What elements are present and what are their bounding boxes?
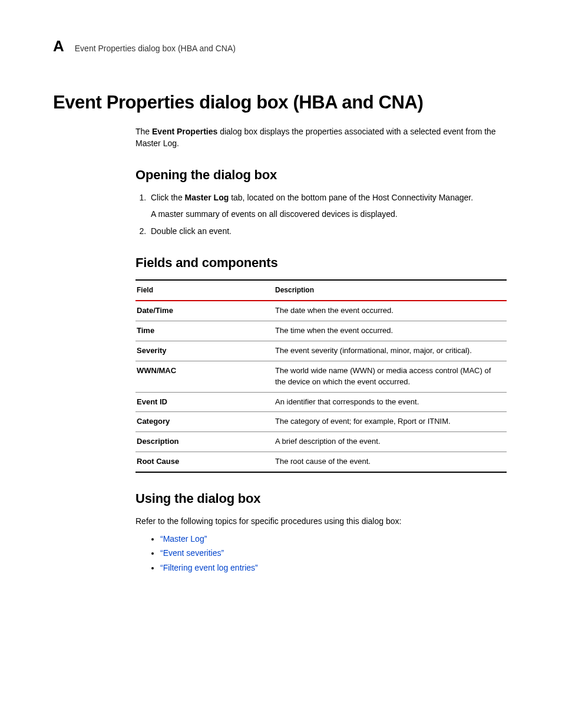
section-heading-using: Using the dialog box <box>135 489 515 508</box>
table-row: Category The category of event; for exam… <box>135 412 507 432</box>
intro-bold-term: Event Properties <box>152 127 217 136</box>
table-row: Root Cause The root cause of the event. <box>135 452 507 472</box>
section-heading-fields: Fields and components <box>135 253 515 272</box>
running-header-title: Event Properties dialog box (HBA and CNA… <box>75 42 236 54</box>
page: A Event Properties dialog box (HBA and C… <box>0 0 562 728</box>
link-filtering-entries[interactable]: “Filtering event log entries” <box>160 563 258 572</box>
table-row: Date/Time The date when the event occurr… <box>135 301 507 321</box>
table-row: Severity The event severity (information… <box>135 341 507 361</box>
field-desc: The world wide name (WWN) or media acces… <box>274 361 507 392</box>
opening-steps-list: Click the Master Log tab, located on the… <box>135 192 515 237</box>
step-1-bold: Master Log <box>185 193 229 202</box>
link-master-log[interactable]: “Master Log” <box>160 534 207 543</box>
field-name: WWN/MAC <box>135 361 274 392</box>
table-row: WWN/MAC The world wide name (WWN) or med… <box>135 361 507 392</box>
field-name: Description <box>135 432 274 452</box>
step-1-prefix: Click the <box>151 193 185 202</box>
table-row: Description A brief description of the e… <box>135 432 507 452</box>
field-name: Time <box>135 321 274 341</box>
field-desc: The category of event; for example, Rpor… <box>274 412 507 432</box>
field-name: Category <box>135 412 274 432</box>
related-links-list: “Master Log” “Event severities” “Filteri… <box>135 533 515 574</box>
field-desc: The date when the event occurred. <box>274 301 507 321</box>
list-item: “Filtering event log entries” <box>160 562 515 574</box>
field-name: Date/Time <box>135 301 274 321</box>
col-header-description: Description <box>274 280 507 301</box>
field-desc: An identifier that corresponds to the ev… <box>274 392 507 412</box>
field-desc: The event severity (informational, minor… <box>274 341 507 361</box>
list-item: “Master Log” <box>160 533 515 545</box>
using-intro: Refer to the following topics for specif… <box>135 515 515 527</box>
running-header: A Event Properties dialog box (HBA and C… <box>53 35 515 58</box>
fields-table: Field Description Date/Time The date whe… <box>135 279 507 473</box>
table-header-row: Field Description <box>135 280 507 301</box>
step-1-sub: A master summary of events on all discov… <box>151 208 515 220</box>
section-heading-opening: Opening the dialog box <box>135 166 515 185</box>
field-desc: The root cause of the event. <box>274 452 507 472</box>
field-name: Event ID <box>135 392 274 412</box>
intro-paragraph: The Event Properties dialog box displays… <box>135 126 515 150</box>
field-desc: A brief description of the event. <box>274 432 507 452</box>
intro-prefix: The <box>135 127 152 136</box>
appendix-letter: A <box>53 35 64 58</box>
page-title: Event Properties dialog box (HBA and CNA… <box>53 90 515 116</box>
step-1: Click the Master Log tab, located on the… <box>148 192 515 220</box>
field-name: Severity <box>135 341 274 361</box>
field-desc: The time when the event occurred. <box>274 321 507 341</box>
list-item: “Event severities” <box>160 547 515 559</box>
col-header-field: Field <box>135 280 274 301</box>
step-2-text: Double click an event. <box>151 226 232 236</box>
step-1-suffix: tab, located on the bottom pane of the H… <box>229 193 473 202</box>
field-name: Root Cause <box>135 452 274 472</box>
table-row: Time The time when the event occurred. <box>135 321 507 341</box>
step-2: Double click an event. <box>148 225 515 237</box>
table-row: Event ID An identifier that corresponds … <box>135 392 507 412</box>
link-event-severities[interactable]: “Event severities” <box>160 548 224 558</box>
